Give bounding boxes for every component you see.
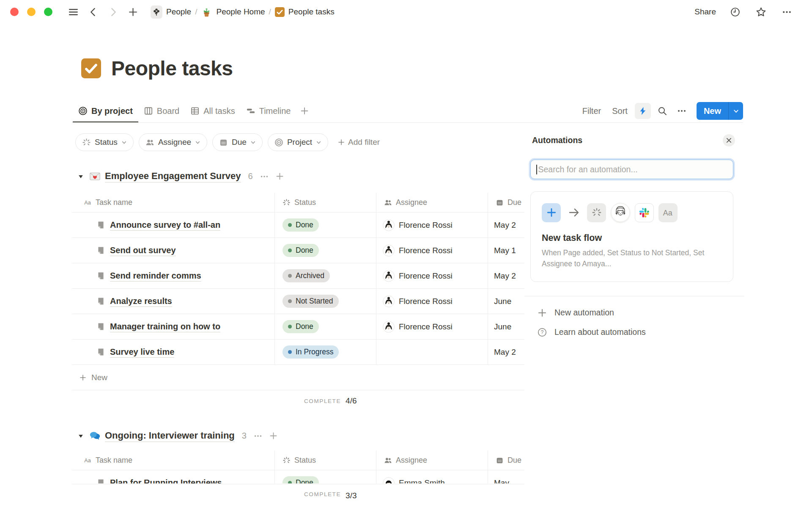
tab-label: By project (91, 106, 133, 116)
new-automation-button[interactable]: New automation (524, 305, 744, 320)
complete-label: COMPLETE (304, 491, 341, 497)
back-icon[interactable] (88, 7, 99, 17)
target-icon (78, 106, 88, 116)
status-badge[interactable]: Done (283, 476, 319, 483)
assignee-cell[interactable]: Florence Rossi (376, 289, 488, 314)
status-cell[interactable]: In Progress (275, 340, 376, 364)
tab-timeline[interactable]: Timeline (241, 100, 296, 122)
task-cell[interactable]: Manager training on how to (72, 314, 275, 339)
task-cell[interactable]: Send reminder comms (72, 263, 275, 288)
updates-clock-icon[interactable] (730, 7, 741, 17)
close-panel-button[interactable] (723, 134, 735, 146)
column-header-assignee[interactable]: Assignee (376, 193, 488, 212)
breadcrumb-label: People (166, 7, 191, 17)
filter-chip-status[interactable]: Status (75, 133, 134, 151)
page-emoji-check-icon[interactable] (81, 58, 101, 78)
task-cell[interactable]: Analyze results (72, 289, 275, 314)
window-close-button[interactable] (10, 8, 19, 16)
column-header-task-name[interactable]: AaTask name (72, 193, 275, 212)
task-cell[interactable]: Send out survey (72, 238, 275, 263)
assignee-cell[interactable]: Florence Rossi (376, 263, 488, 288)
filter-button[interactable]: Filter (579, 104, 605, 118)
more-options-icon[interactable] (782, 7, 792, 17)
assignee-name: Emma Smith (399, 478, 445, 484)
window-minimize-button[interactable] (27, 8, 36, 16)
tab-by-project[interactable]: By project (73, 100, 138, 122)
search-icon[interactable] (657, 106, 667, 116)
plus-icon[interactable] (275, 172, 284, 181)
new-page-icon[interactable] (128, 7, 138, 17)
assignee-cell[interactable] (376, 340, 488, 364)
task-title-link[interactable]: Analyze results (110, 296, 172, 307)
new-task-split-button: New (697, 102, 743, 120)
page-title[interactable]: People tasks (111, 57, 233, 80)
breadcrumb-separator: / (195, 7, 197, 17)
task-cell[interactable]: Announce survey to #all-an (72, 213, 275, 237)
tab-board[interactable]: Board (138, 100, 185, 122)
assignee-cell[interactable]: Florence Rossi (376, 213, 488, 237)
breadcrumb-item[interactable]: People (148, 4, 194, 20)
status-badge[interactable]: Done (283, 218, 319, 232)
automation-search-input[interactable]: Search for an automation... (530, 160, 733, 179)
status-badge[interactable]: Archived (283, 269, 330, 282)
learn-automations-link[interactable]: ? Learn about automations (524, 325, 744, 340)
filter-chip-due[interactable]: Due (212, 133, 263, 151)
new-button[interactable]: New (697, 102, 728, 120)
column-header-status[interactable]: Status (275, 450, 376, 470)
triangle-down-icon[interactable] (78, 433, 84, 439)
view-options-icon[interactable] (677, 106, 687, 116)
column-header-assignee[interactable]: Assignee (376, 450, 488, 470)
add-view-icon[interactable] (300, 106, 309, 116)
group-title-link[interactable]: Employee Engagement Survey (105, 171, 241, 182)
status-badge[interactable]: Done (283, 244, 319, 257)
task-title-link[interactable]: Survey live time (110, 347, 174, 358)
share-button[interactable]: Share (691, 6, 719, 18)
breadcrumb-item[interactable]: People Home (198, 5, 267, 19)
slack-box (635, 203, 654, 222)
filter-chip-assignee[interactable]: Assignee (139, 133, 207, 151)
favorite-star-icon[interactable] (756, 7, 766, 17)
new-button-dropdown[interactable] (728, 102, 743, 120)
status-badge[interactable]: Done (283, 320, 319, 333)
breadcrumb-item[interactable]: People tasks (272, 6, 337, 18)
status-badge[interactable]: Not Started (283, 295, 339, 308)
plus-blue-box (542, 203, 561, 222)
status-cell[interactable]: Done (275, 213, 376, 237)
task-title-link[interactable]: Plan for Running Interviews (110, 478, 222, 484)
automation-card[interactable]: Aa New task flow When Page added, Set St… (530, 191, 733, 282)
tab-all-tasks[interactable]: All tasks (185, 100, 240, 122)
plus-icon[interactable] (269, 431, 278, 440)
dots-icon[interactable] (260, 172, 269, 181)
task-title-link[interactable]: Manager training on how to (110, 321, 220, 332)
people-icon (384, 456, 392, 464)
dots-icon[interactable] (253, 431, 263, 441)
assignee-cell[interactable]: Florence Rossi (376, 238, 488, 263)
group-title-link[interactable]: Ongoing: Interviewer training (105, 430, 235, 442)
add-filter-button[interactable]: Add filter (337, 138, 380, 147)
filter-chip-project[interactable]: Project (268, 133, 328, 151)
task-cell[interactable]: Plan for Running Interviews (72, 470, 275, 483)
aa-icon: Aa (84, 456, 92, 464)
status-cell[interactable]: Archived (275, 263, 376, 288)
status-cell[interactable]: Not Started (275, 289, 376, 314)
status-label: Done (296, 221, 313, 229)
learn-automations-label: Learn about automations (554, 327, 646, 337)
automations-button[interactable] (635, 103, 651, 119)
status-badge[interactable]: In Progress (283, 345, 339, 359)
window-zoom-button[interactable] (44, 8, 52, 16)
triangle-down-icon[interactable] (78, 174, 84, 179)
status-cell[interactable]: Done (275, 238, 376, 263)
sidebar-toggle-icon[interactable] (68, 7, 79, 17)
column-header-task-name[interactable]: AaTask name (72, 450, 275, 470)
task-title-link[interactable]: Send reminder comms (110, 271, 201, 282)
breadcrumb: People / People Home / People tasks (148, 4, 337, 20)
status-cell[interactable]: Done (275, 470, 376, 483)
sort-button[interactable]: Sort (608, 104, 631, 118)
status-cell[interactable]: Done (275, 314, 376, 339)
column-header-status[interactable]: Status (275, 193, 376, 212)
assignee-cell[interactable]: Emma Smith (376, 470, 488, 483)
task-cell[interactable]: Survey live time (72, 340, 275, 364)
assignee-cell[interactable]: Florence Rossi (376, 314, 488, 339)
task-title-link[interactable]: Send out survey (110, 245, 176, 256)
task-title-link[interactable]: Announce survey to #all-an (110, 220, 220, 231)
